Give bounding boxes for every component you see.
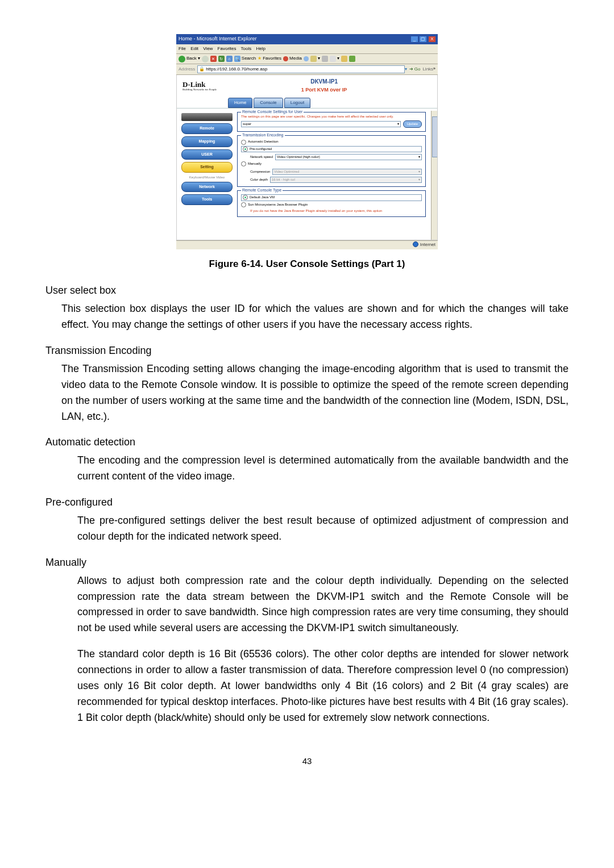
favorites-button[interactable]: ★Favorites [258,55,281,62]
scrollbar[interactable] [431,111,437,240]
scroll-thumb[interactable] [432,116,437,157]
radio-icon [241,202,246,207]
figure-wrap: Home - Microsoft Internet Explorer _ ▢ X… [45,34,569,272]
sidebar-tools[interactable]: Tools [181,194,233,205]
legend-console-type: Remote Console Type [241,187,283,194]
home-button[interactable]: ⌂ [226,56,233,62]
sidebar-setting[interactable]: Setting [181,162,233,173]
chevron-down-icon: ▾ [418,169,420,174]
section-automatic-detection: Automatic detection The encoding and the… [45,435,569,485]
window-titlebar: Home - Microsoft Internet Explorer _ ▢ X [176,34,438,44]
section-manually: Manually Allows to adjust both compressi… [45,555,569,636]
menu-edit[interactable]: Edit [190,46,198,51]
close-icon[interactable]: X [429,36,435,42]
maximize-icon[interactable]: ▢ [420,36,426,42]
figure-caption: Figure 6-14. User Console Settings (Part… [45,257,569,272]
back-button[interactable]: Back▾ [179,55,200,62]
heading: Manually [45,555,569,571]
messenger-button[interactable] [349,56,355,62]
section-pre-configured: Pre-configured The pre-configured settin… [45,495,569,545]
media-button[interactable]: Media [283,55,302,62]
url-text: https://192.168.0.70/home.asp [206,66,267,73]
lock-icon: 🔒 [199,66,205,73]
mail-button[interactable]: ▾ [310,55,320,62]
links-chevron-icon[interactable]: » [433,66,435,72]
sidebar-kb-label: Keyboard/Mouse Video [181,175,233,181]
radio-sun-java[interactable]: Sun Microsystems Java Browser Plugin [241,202,422,207]
forward-button[interactable] [202,56,209,62]
search-button[interactable]: 🔍Search [234,55,256,62]
body-text: The standard color depth is 16 Bit (6553… [77,646,569,725]
address-label: Address [179,66,195,73]
fieldset-console-type: Remote Console Type Default Java VM Sun … [237,190,426,217]
sidebar-network[interactable]: Network [181,182,233,193]
product-name: DKVM-IP1 [217,77,432,86]
dropdown-icon: ▾ [198,55,200,62]
menu-view[interactable]: View [203,46,213,51]
compression-select: Video Optimized ▾ [272,169,422,175]
color-depth-select: 16 bit - high col ▾ [270,177,422,183]
chevron-down-icon: ▾ [418,155,420,160]
tabs: Home Console Logout [177,98,437,108]
address-input[interactable]: 🔒 https://192.168.0.70/home.asp [197,65,404,73]
address-bar: Address 🔒 https://192.168.0.70/home.asp … [176,64,438,75]
brand-logo: D-Link Building Networks for People [182,81,217,91]
network-speed-select[interactable]: Video Optimized (high color) ▾ [275,154,422,160]
heading: Transmission Encoding [45,343,569,359]
discuss-button[interactable] [341,56,347,62]
menubar[interactable]: File Edit View Favorites Tools Help [176,44,438,53]
section-user-select: User select box This selection box displ… [45,283,569,333]
fs1-text: The settings on this page are user speci… [241,115,422,119]
stop-button[interactable]: ✕ [210,56,217,62]
fieldset-encoding: Transmission Encoding Automatic Detectio… [237,135,426,187]
radio-auto[interactable]: Automatic Detection [241,139,422,144]
screenshot-figure: Home - Microsoft Internet Explorer _ ▢ X… [176,34,438,249]
tab-console[interactable]: Console [254,98,283,108]
content-area: Remote Mapping USER Setting Keyboard/Mou… [177,108,437,240]
banner: D-Link Building Networks for People DKVM… [177,75,437,95]
statusbar: Internet [176,240,438,249]
minimize-icon[interactable]: _ [411,36,418,42]
color-depth-label: Color depth [250,177,268,182]
window-buttons[interactable]: _ ▢ X [410,35,435,43]
page-number: 43 [45,754,569,767]
body-text: This selection box displays the user ID … [61,301,569,333]
go-dropdown-icon[interactable]: ▾ [405,66,407,73]
refresh-button[interactable]: ↻ [218,56,225,62]
edit-button[interactable]: ▾ [330,55,339,62]
user-select[interactable]: super ▾ [241,121,401,127]
heading: User select box [45,283,569,299]
menu-file[interactable]: File [179,46,186,51]
radio-default-java[interactable]: Default Java VM [241,194,422,201]
update-button[interactable]: Update [403,120,422,128]
links-label[interactable]: Links [422,66,433,73]
body-text: The Transmission Encoding setting allows… [61,361,569,425]
radio-icon [241,161,246,166]
menu-help[interactable]: Help [256,46,265,51]
print-button[interactable] [322,56,328,62]
network-speed-label: Network speed [250,155,273,160]
radio-icon [243,147,248,152]
product-subtitle: 1 Port KVM over IP [217,86,432,94]
body-text: Allows to adjust both compression rate a… [77,573,569,637]
radio-manual[interactable]: Manually [241,161,422,166]
sidebar-mapping[interactable]: Mapping [181,136,233,147]
menu-favorites[interactable]: Favorites [218,46,237,51]
go-button[interactable]: ➔ Go [409,66,421,73]
tab-logout[interactable]: Logout [284,98,310,108]
toolbar[interactable]: Back▾ ✕ ↻ ⌂ 🔍Search ★Favorites Media ▾ ▾ [176,53,438,64]
sidebar-user[interactable]: USER [181,149,233,160]
heading: Automatic detection [45,435,569,450]
legend-user: Remote Console Settings for User [241,109,304,115]
radio-icon [241,140,246,145]
history-button[interactable] [304,56,309,61]
chevron-down-icon: ▾ [397,122,399,127]
menu-tools[interactable]: Tools [241,46,252,51]
tab-home[interactable]: Home [228,98,252,108]
radio-pre[interactable]: Pre-configured [241,146,422,152]
fs3-note: If you do not have the Java Browser Plug… [241,209,422,213]
sidebar-remote[interactable]: Remote [181,123,233,134]
compression-label: Compression [250,169,270,174]
section-color-depth: The standard color depth is 16 Bit (6553… [45,646,569,725]
sidebar: Remote Mapping USER Setting Keyboard/Mou… [177,111,235,240]
